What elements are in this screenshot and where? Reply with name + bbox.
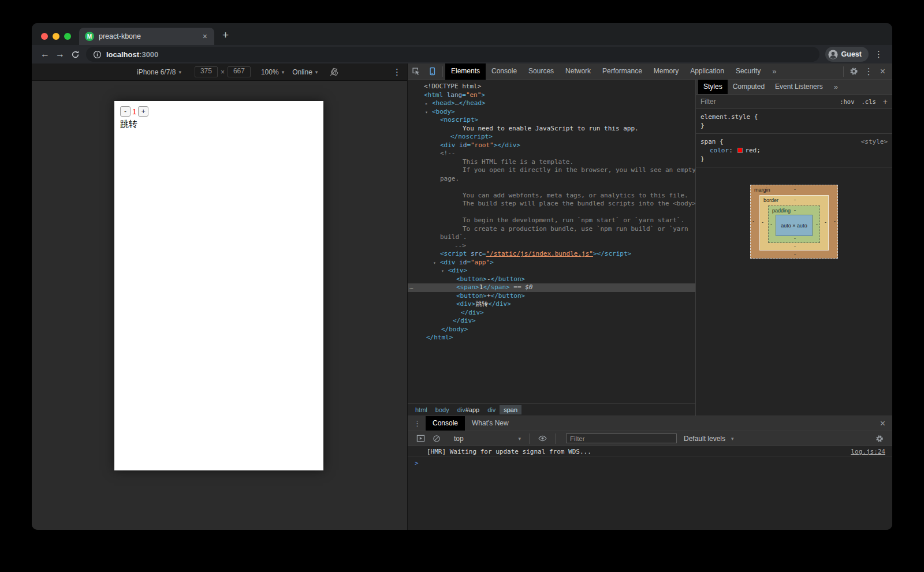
more-style-tabs-button[interactable]: » <box>828 83 844 91</box>
devtools-tab-memory[interactable]: Memory <box>648 63 684 80</box>
dom-tree-node[interactable]: <div id="root"></div> <box>408 141 695 150</box>
execution-context-select[interactable]: top ▾ <box>450 435 524 443</box>
devtools-settings-button[interactable] <box>846 64 862 79</box>
clear-console-button[interactable] <box>429 431 445 446</box>
live-expression-eye-button[interactable] <box>534 431 550 446</box>
refresh-button[interactable] <box>68 47 83 62</box>
dom-tree-node[interactable]: <script src="/static/js/index.bundle.js"… <box>408 250 695 259</box>
dom-tree-node[interactable]: <html lang="en"> <box>408 91 695 100</box>
jump-link[interactable]: 跳转 <box>120 119 318 130</box>
styles-filter-input[interactable]: Filter <box>701 98 833 106</box>
class-toggle[interactable]: .cls <box>862 98 876 105</box>
device-toolbar-toggle-button[interactable] <box>424 64 440 79</box>
dom-tree-node[interactable]: <div>跳转</div> <box>408 300 695 309</box>
forward-button[interactable]: → <box>53 47 68 62</box>
devtools-menu-button[interactable]: ⋮ <box>862 66 875 77</box>
collapse-arrow-icon[interactable]: ▾ <box>425 109 428 117</box>
dom-tree-node[interactable]: </html> <box>408 334 695 342</box>
dom-tree-node[interactable]: ▸<head>…</head> <box>408 99 695 108</box>
throttle-select[interactable]: Online ▾ <box>292 68 318 76</box>
rotate-device-icon[interactable] <box>329 68 338 77</box>
devtools-tab-console[interactable]: Console <box>486 63 523 80</box>
box-model-border[interactable]: border - - - - padding - - - <box>759 195 829 251</box>
breadcrumb-item[interactable]: div <box>483 405 500 414</box>
dom-tree-node[interactable]: </body> <box>408 326 695 334</box>
box-model-content[interactable]: auto × auto <box>776 215 813 236</box>
dom-tree-node[interactable]: The build step will place the bundled sc… <box>408 200 695 208</box>
dom-tree-node[interactable]: ▾<body> <box>408 108 695 117</box>
new-tab-button[interactable]: + <box>214 29 236 45</box>
console-sidebar-toggle-button[interactable] <box>412 431 429 446</box>
url-bar[interactable]: localhost:3000 <box>86 47 819 62</box>
dom-tree-node[interactable]: ▾<div> <box>408 267 695 275</box>
device-select[interactable]: iPhone 6/7/8 ▾ <box>137 68 181 76</box>
box-model-margin[interactable]: margin - - - - border - - - - <box>750 185 838 259</box>
css-property-name[interactable]: color <box>710 147 729 154</box>
css-property-value[interactable]: red; <box>745 147 761 154</box>
dom-tree-node[interactable]: You need to enable JavaScript to run thi… <box>408 125 695 133</box>
devtools-tab-elements[interactable]: Elements <box>445 63 486 80</box>
browser-tab[interactable]: M preact-kbone × <box>79 28 214 45</box>
close-drawer-button[interactable]: × <box>875 418 892 429</box>
dom-tree-node[interactable]: …<span>1</span> == $0 <box>408 283 695 292</box>
dom-tree-node[interactable] <box>408 183 695 192</box>
devtools-tab-sources[interactable]: Sources <box>523 63 560 80</box>
devtools-tab-performance[interactable]: Performance <box>597 63 648 80</box>
styles-tab-computed[interactable]: Computed <box>728 80 770 94</box>
drawer-menu-button[interactable]: ⋮ <box>408 419 426 428</box>
styles-tab-event-listeners[interactable]: Event Listeners <box>770 80 828 94</box>
minus-button[interactable]: - <box>120 106 131 117</box>
back-button[interactable]: ← <box>38 47 53 62</box>
devtools-tab-network[interactable]: Network <box>560 63 597 80</box>
color-swatch[interactable] <box>737 148 743 153</box>
device-height-input[interactable]: 667 <box>228 66 251 77</box>
tab-whats-new[interactable]: What's New <box>465 416 516 431</box>
info-icon[interactable] <box>93 50 102 59</box>
devtools-close-button[interactable]: × <box>875 66 892 77</box>
console-prompt[interactable]: > <box>408 457 892 469</box>
dom-tree-node[interactable]: </noscript> <box>408 133 695 141</box>
dom-tree-node[interactable]: <!DOCTYPE html> <box>408 83 695 91</box>
dom-tree-node[interactable]: <button>-</button> <box>408 275 695 284</box>
dom-tree-node[interactable]: You can add webfonts, meta tags, or anal… <box>408 192 695 200</box>
log-levels-select[interactable]: Default levels ▾ <box>684 435 734 443</box>
console-filter-input[interactable]: Filter <box>566 433 677 443</box>
dom-tree-node[interactable]: </div> <box>408 309 695 317</box>
breadcrumb-item[interactable]: span <box>500 405 521 414</box>
new-style-rule-button[interactable]: + <box>883 97 888 106</box>
dom-tree-node[interactable] <box>408 208 695 217</box>
tab-close-icon[interactable]: × <box>200 32 210 41</box>
devtools-tab-application[interactable]: Application <box>684 63 730 80</box>
plus-button[interactable]: + <box>138 106 148 117</box>
dom-tree-node[interactable]: <button>+</button> <box>408 292 695 301</box>
breadcrumb-item[interactable]: html <box>411 405 431 414</box>
dom-tree-node[interactable]: page. <box>408 175 695 184</box>
device-width-input[interactable]: 375 <box>195 66 218 77</box>
breadcrumb-item[interactable]: div#app <box>453 405 484 414</box>
console-source-link[interactable]: log.js:24 <box>851 448 885 455</box>
styles-tab-styles[interactable]: Styles <box>698 80 728 94</box>
dom-tree-node[interactable]: If you open it directly in the browser, … <box>408 166 695 175</box>
collapse-arrow-icon[interactable]: ▾ <box>433 259 436 268</box>
rule-origin-link[interactable]: <style> <box>861 137 888 146</box>
box-model-padding[interactable]: padding - - - - auto × auto <box>768 205 820 243</box>
device-toolbar-menu-button[interactable]: ⋮ <box>387 67 407 77</box>
console-empty-area[interactable] <box>408 469 892 530</box>
dom-tree-node[interactable]: <noscript> <box>408 116 695 125</box>
expand-arrow-icon[interactable]: ▸ <box>425 100 428 109</box>
more-panels-button[interactable]: » <box>766 67 782 76</box>
dom-tree-node[interactable]: This HTML file is a template. <box>408 158 695 167</box>
dom-tree-node[interactable]: ▾<div id="app"> <box>408 259 695 267</box>
collapse-arrow-icon[interactable]: ▾ <box>441 267 444 276</box>
devtools-tab-security[interactable]: Security <box>730 63 766 80</box>
dom-tree-node[interactable]: build`. <box>408 233 695 242</box>
profile-button[interactable]: Guest <box>825 47 869 62</box>
zoom-select[interactable]: 100% ▾ <box>261 68 284 76</box>
close-window-button[interactable] <box>41 33 48 40</box>
breadcrumb-item[interactable]: body <box>431 405 453 414</box>
dom-tree-node[interactable]: </div> <box>408 317 695 326</box>
span-style-rule[interactable]: <style> span { color: red; } <box>696 134 892 167</box>
minimize-window-button[interactable] <box>53 33 59 40</box>
tab-console[interactable]: Console <box>426 416 465 431</box>
dom-tree-node[interactable]: To create a production bundle, use `npm … <box>408 225 695 234</box>
